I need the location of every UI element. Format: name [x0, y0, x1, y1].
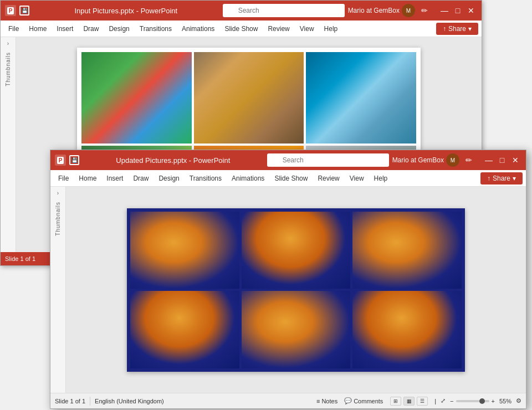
user-name-1: Mario at GemBox	[348, 7, 400, 14]
menu-draw-2[interactable]: Draw	[129, 172, 153, 184]
close-btn-1[interactable]: ✕	[465, 4, 477, 17]
sidebar-toggle-2[interactable]: ›	[56, 189, 60, 197]
share-icon-2: ↑	[487, 175, 490, 182]
menu-transitions-1[interactable]: Transitions	[135, 23, 176, 35]
user-info-1: Mario at GemBox M	[348, 4, 415, 17]
sidebar-2: › Thumbnails	[50, 187, 66, 393]
language-label: English (United Kingdom)	[95, 398, 164, 404]
titlebar-2: P 💾 Updated Pictures.pptx - PowerPoint 🔍…	[50, 150, 526, 170]
menu-view-1[interactable]: View	[295, 23, 319, 35]
menu-file-1[interactable]: File	[4, 23, 23, 35]
comments-icon: 💬	[344, 397, 352, 404]
zoom-level: 55%	[499, 398, 511, 404]
view-slide-icon[interactable]: ▦	[403, 397, 415, 406]
slide-area-2	[66, 187, 526, 393]
pen-icon-2[interactable]: ✏	[463, 154, 475, 166]
window-controls-2: — □ ✕	[483, 154, 521, 166]
zoom-separator: |	[434, 398, 436, 404]
zoom-controls: ⊞ ▦ ☰ | ⤢ − + 55% ⚙	[390, 397, 521, 406]
pen-icon-1[interactable]: ✏	[418, 4, 431, 17]
slide-img-jellyfish-6	[352, 291, 462, 368]
minimize-btn-1[interactable]: —	[438, 4, 451, 17]
menu-draw-1[interactable]: Draw	[79, 23, 103, 35]
share-label-2: Share	[493, 175, 510, 182]
menu-design-1[interactable]: Design	[104, 23, 134, 35]
search-input-2[interactable]	[267, 153, 389, 167]
sidebar-label-1: Thumbnails	[5, 52, 11, 86]
maximize-btn-1[interactable]: □	[452, 4, 464, 17]
share-chevron-1: ▾	[468, 25, 472, 33]
slide-count-2: Slide 1 of 1	[55, 398, 85, 404]
menu-transitions-2[interactable]: Transitions	[185, 172, 226, 184]
close-btn-2[interactable]: ✕	[509, 154, 521, 166]
fit-icon[interactable]: ⤢	[441, 397, 446, 404]
save-icon-1: 💾	[19, 6, 29, 16]
slide-img-jellyfish-5	[242, 291, 351, 368]
menu-help-2[interactable]: Help	[370, 172, 392, 184]
menu-home-1[interactable]: Home	[24, 23, 51, 35]
settings-icon[interactable]: ⚙	[516, 397, 521, 404]
powerpoint-icon-2: P	[55, 155, 66, 166]
slide-img-jellyfish-4	[130, 291, 239, 368]
menu-animations-1[interactable]: Animations	[177, 23, 219, 35]
menubar-1: File Home Insert Draw Design Transitions…	[1, 20, 482, 37]
user-info-2: Mario at GemBox M	[392, 153, 459, 167]
zoom-plus[interactable]: +	[492, 398, 495, 404]
main-area-2: › Thumbnails	[50, 187, 526, 393]
view-normal-icon[interactable]: ⊞	[390, 397, 401, 406]
menu-insert-1[interactable]: Insert	[52, 23, 78, 35]
menu-slideshow-2[interactable]: Slide Show	[270, 172, 312, 184]
search-wrap-2: 🔍	[267, 153, 389, 167]
menu-review-2[interactable]: Review	[313, 172, 344, 184]
notes-icon: ≡	[316, 398, 320, 404]
menu-view-2[interactable]: View	[345, 172, 369, 184]
maximize-btn-2[interactable]: □	[496, 154, 508, 166]
zoom-minus[interactable]: −	[450, 398, 453, 404]
statusbar-2: Slide 1 of 1 English (United Kingdom) ⊞ …	[50, 393, 526, 408]
notes-label: Notes	[321, 398, 337, 404]
share-btn-1[interactable]: ↑ Share ▾	[436, 23, 478, 35]
share-btn-2[interactable]: ↑ Share ▾	[480, 172, 523, 184]
slide-count-1: Slide 1 of 1	[5, 255, 35, 262]
menu-help-1[interactable]: Help	[320, 23, 342, 35]
save-icon-2: 💾	[69, 155, 79, 165]
menu-insert-2[interactable]: Insert	[102, 172, 127, 184]
sidebar-toggle-1[interactable]: ›	[6, 39, 10, 48]
slide-image-lion	[194, 52, 304, 144]
zoom-thumb	[479, 398, 485, 404]
comments-btn[interactable]: 💬 Comments	[344, 397, 383, 404]
window-controls-1: — □ ✕	[438, 4, 477, 17]
slide-image-dolphins	[306, 52, 416, 144]
window2-title: Updated Pictures.pptx - PowerPoint	[83, 156, 264, 165]
user-avatar-1: M	[402, 4, 415, 17]
notes-comments-area: ≡ Notes 💬 Comments	[316, 397, 383, 404]
search-wrap-1: 🔍	[223, 4, 345, 17]
minimize-btn-2[interactable]: —	[483, 154, 495, 166]
menu-file-2[interactable]: File	[54, 172, 73, 184]
slide-img-jellyfish-3	[352, 212, 462, 289]
slide-image-parrot	[81, 52, 192, 144]
search-input-1[interactable]	[223, 4, 345, 17]
menu-review-1[interactable]: Review	[263, 23, 294, 35]
menu-slideshow-1[interactable]: Slide Show	[220, 23, 262, 35]
menubar-2: File Home Insert Draw Design Transitions…	[50, 170, 526, 187]
notes-btn[interactable]: ≡ Notes	[316, 398, 337, 404]
sidebar-1: › Thumbnails	[1, 37, 16, 252]
slide-img-jellyfish-2	[242, 212, 351, 289]
view-reading-icon[interactable]: ☰	[417, 397, 428, 406]
share-label-1: Share	[448, 25, 466, 33]
divider-1	[90, 397, 90, 406]
window1-title: Input Pictures.pptx - PowerPoint	[33, 7, 219, 15]
share-chevron-2: ▾	[513, 175, 516, 182]
window2: P 💾 Updated Pictures.pptx - PowerPoint 🔍…	[50, 150, 526, 409]
menu-animations-2[interactable]: Animations	[227, 172, 269, 184]
menu-design-2[interactable]: Design	[154, 172, 183, 184]
menu-home-2[interactable]: Home	[74, 172, 101, 184]
zoom-slider[interactable]	[456, 400, 489, 402]
share-icon-1: ↑	[443, 25, 446, 33]
slide-img-jellyfish-1	[130, 212, 239, 289]
slide-canvas-2	[127, 208, 465, 372]
user-name-2: Mario at GemBox	[392, 156, 444, 164]
titlebar-1: P 💾 Input Pictures.pptx - PowerPoint 🔍 M…	[1, 1, 482, 20]
user-avatar-2: M	[446, 153, 459, 167]
